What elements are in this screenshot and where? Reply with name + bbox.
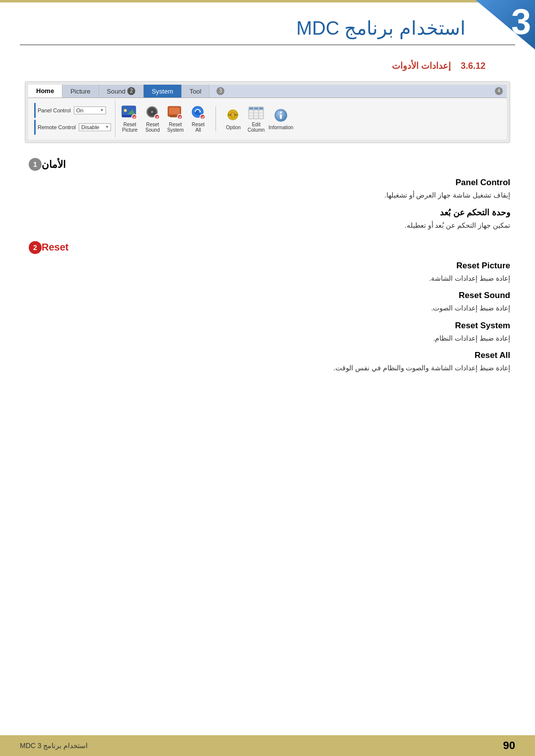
reset-all-btn[interactable]: ↺ Reset All bbox=[188, 105, 209, 133]
tab-sound[interactable]: Sound2 bbox=[99, 85, 144, 98]
icon-separator-1 bbox=[215, 106, 216, 131]
edit-column-label2: Column bbox=[248, 127, 265, 133]
remote-control-label: Remote Control bbox=[38, 124, 76, 130]
section-heading: 3.6.12 إعدادات الأدوات bbox=[0, 60, 510, 71]
section-2-badge-circle: 2 bbox=[29, 241, 42, 254]
reset-picture-btn[interactable]: ↺ Reset Picture bbox=[119, 105, 140, 133]
title-underline bbox=[20, 44, 515, 46]
edit-column-icon-box bbox=[247, 105, 265, 121]
reset-picture-desc: إعادة ضبط إعدادات الشاشة. bbox=[25, 273, 510, 284]
section-title: إعدادات الأدوات bbox=[392, 61, 451, 71]
panel-control-label: Panel Control bbox=[38, 107, 71, 113]
toolbar-nav: Home Picture Sound2 System Tool 3 4 bbox=[28, 85, 507, 98]
information-icon-box bbox=[272, 108, 290, 124]
reset-all-icon: ↺ bbox=[190, 105, 207, 120]
badge-2: 2 bbox=[127, 87, 135, 95]
section-1-badge: الأمان 1 bbox=[25, 158, 510, 171]
reset-sound-icon: ↺ bbox=[144, 105, 161, 120]
reset-picture-heading: Reset Picture bbox=[25, 261, 510, 271]
edit-column-btn[interactable]: Edit Column bbox=[246, 105, 267, 133]
reset-all-icon-box: ↺ bbox=[189, 105, 207, 121]
toolbar-body: Panel Control On Remote Control Disable bbox=[28, 98, 507, 140]
section-number: 3.6.12 bbox=[461, 61, 485, 71]
svg-text:↺: ↺ bbox=[178, 116, 181, 119]
panel-control-desc: إيقاف تشغيل شاشة جهاز العرض أو تشغيلها. bbox=[25, 190, 510, 201]
tab-home[interactable]: Home bbox=[28, 85, 62, 98]
reset-system-btn[interactable]: ↺ Reset System bbox=[165, 105, 186, 133]
svg-text:↺: ↺ bbox=[201, 116, 204, 119]
reset-system-icon: ↺ bbox=[167, 105, 184, 120]
section-2-badge: Reset 2 bbox=[25, 241, 510, 254]
reset-picture-icon-box: ↺ bbox=[121, 105, 139, 121]
reset-system-label2: System bbox=[167, 127, 183, 133]
svg-point-9 bbox=[152, 111, 153, 113]
blue-bar-1 bbox=[34, 103, 36, 118]
edit-column-icon bbox=[248, 106, 265, 120]
svg-rect-13 bbox=[169, 107, 180, 114]
remote-control-desc: تمكين جهاز التحكم عن بُعد أو تعطيله. bbox=[25, 220, 510, 231]
tools-icons-group: Option Edit bbox=[219, 103, 297, 135]
reset-picture-label: Reset bbox=[123, 122, 136, 127]
reset-all-heading: Reset All bbox=[25, 351, 510, 360]
reset-system-desc: إعادة ضبط إعدادات النظام. bbox=[25, 333, 510, 344]
reset-system-heading: Reset System bbox=[25, 321, 510, 331]
tab-system[interactable]: System bbox=[144, 85, 181, 98]
page-footer: 90 استخدام برنامج 3 MDC bbox=[0, 735, 535, 756]
reset-icons-group: ↺ Reset Picture ↺ bbox=[115, 103, 213, 135]
reset-sound-heading: Reset Sound bbox=[25, 291, 510, 301]
section-2-heading: Reset bbox=[42, 242, 68, 253]
svg-rect-31 bbox=[249, 107, 253, 109]
panel-controls: Panel Control On Remote Control Disable bbox=[30, 100, 115, 138]
reset-sound-btn[interactable]: ↺ Reset Sound bbox=[142, 105, 163, 133]
reset-sound-icon-box: ↺ bbox=[144, 105, 161, 121]
information-icon bbox=[272, 108, 289, 123]
remote-control-value[interactable]: Disable bbox=[79, 123, 111, 131]
remote-control-heading: وحدة التحكم عن بُعد bbox=[25, 207, 510, 218]
badge-4: 4 bbox=[495, 87, 503, 95]
svg-point-37 bbox=[280, 111, 282, 113]
reset-all-desc: إعادة ضبط إعدادات الشاشة والصوت والنظام … bbox=[25, 362, 510, 373]
reset-picture-label2: Picture bbox=[122, 127, 137, 133]
page-number: 90 bbox=[503, 739, 515, 752]
reset-sound-label2: Sound bbox=[146, 127, 160, 133]
reset-all-label2: All bbox=[195, 127, 201, 133]
reset-sound-desc: إعادة ضبط إعدادات الصوت. bbox=[25, 302, 510, 313]
blue-bar-2 bbox=[34, 120, 36, 135]
toolbar-container: Home Picture Sound2 System Tool 3 4 Pane… bbox=[25, 81, 510, 143]
svg-rect-32 bbox=[254, 107, 258, 109]
page-title: استخدام برنامج MDC bbox=[0, 2, 535, 44]
section-1-heading: الأمان bbox=[42, 158, 66, 170]
panel-control-heading: Panel Control bbox=[25, 178, 510, 188]
svg-rect-33 bbox=[259, 107, 263, 109]
svg-text:↺: ↺ bbox=[156, 116, 159, 119]
svg-rect-26 bbox=[228, 114, 238, 116]
edit-column-label: Edit bbox=[252, 122, 260, 127]
remote-control-row: Remote Control Disable bbox=[34, 120, 111, 135]
information-btn[interactable]: Information bbox=[268, 108, 293, 130]
reset-sound-label: Reset bbox=[146, 122, 159, 127]
option-icon-box bbox=[224, 108, 242, 124]
svg-text:↺: ↺ bbox=[133, 116, 136, 119]
panel-control-value[interactable]: On bbox=[74, 106, 106, 114]
option-icon bbox=[225, 108, 242, 123]
tab-spacer: 3 4 bbox=[210, 85, 507, 98]
reset-system-label: Reset bbox=[169, 122, 182, 127]
content-area: الأمان 1 Panel Control إيقاف تشغيل شاشة … bbox=[0, 158, 535, 373]
option-btn[interactable]: Option bbox=[223, 108, 244, 130]
reset-system-icon-box: ↺ bbox=[166, 105, 184, 121]
badge-3: 3 bbox=[216, 87, 224, 95]
option-label: Option bbox=[226, 125, 240, 130]
svg-rect-38 bbox=[280, 114, 282, 119]
svg-point-2 bbox=[124, 109, 127, 112]
reset-picture-icon: ↺ bbox=[121, 105, 138, 120]
reset-all-label: Reset bbox=[192, 122, 205, 127]
panel-control-row: Panel Control On bbox=[34, 103, 111, 118]
tab-tool[interactable]: Tool bbox=[182, 85, 210, 98]
footer-text: استخدام برنامج 3 MDC bbox=[20, 742, 88, 750]
tab-picture[interactable]: Picture bbox=[62, 85, 99, 98]
section-1-badge-circle: 1 bbox=[29, 158, 42, 171]
information-label: Information bbox=[268, 125, 293, 130]
